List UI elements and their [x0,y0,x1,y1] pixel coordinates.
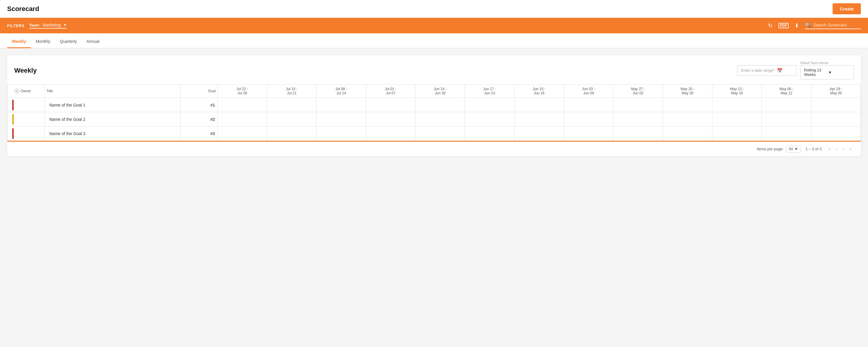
row-2-week-0[interactable] [217,126,267,141]
row-owner-0 [7,98,44,112]
row-1-week-0[interactable] [217,112,267,126]
row-goal-2: #3 [181,126,218,141]
row-2-week-10[interactable] [712,126,762,141]
row-0-week-3[interactable] [366,98,415,112]
col-header-week-6: Jun 10 -Jun 16 [514,85,564,98]
row-goal-0: #1 [181,98,218,112]
download-button[interactable]: ⬇ [795,22,799,29]
interval-label: Default Team Interval [800,61,854,65]
row-2-week-4[interactable] [415,126,465,141]
row-2-week-5[interactable] [465,126,514,141]
row-1-week-1[interactable] [267,112,316,126]
per-page-select[interactable]: 50 ▼ [786,145,801,153]
row-1-week-7[interactable] [564,112,613,126]
top-header: Scorecard Create [0,0,868,18]
row-1-week-10[interactable] [712,112,762,126]
table-row: Name of the Goal 3#3 [7,126,861,141]
pdf-button[interactable]: PDF [778,23,788,28]
table-container: ⊕ Owner Title Goal Jul 22 -Jul 28Jul 15 … [7,84,861,141]
last-page-button[interactable]: » [847,145,854,153]
col-header-week-11: May 06 -May 12 [762,85,811,98]
card-header: Weekly Enter a date range* 📅 Default Tea… [7,55,861,84]
row-0-week-9[interactable] [663,98,712,112]
interval-value: Rolling 13 Weeks [804,68,826,77]
items-per-page: Items per page: 50 ▼ [757,145,801,153]
filter-left: FILTERS Team: Marketing ▼ [7,23,67,29]
scorecard-table: ⊕ Owner Title Goal Jul 22 -Jul 28Jul 15 … [7,84,861,141]
card-header-controls: Enter a date range* 📅 Default Team Inter… [737,61,854,80]
next-page-button[interactable]: › [841,145,846,153]
pdf-icon: PDF [778,23,788,28]
owner-icon: ⊕ [14,89,19,93]
chevron-down-icon: ▼ [794,147,798,151]
date-range-placeholder: Enter a date range* [741,68,775,73]
row-1-week-11[interactable] [762,112,811,126]
row-0-week-7[interactable] [564,98,613,112]
row-2-week-6[interactable] [514,126,564,141]
col-header-week-2: Jul 08 -Jul 14 [316,85,366,98]
row-0-week-6[interactable] [514,98,564,112]
col-header-week-4: Jun 24 -Jun 30 [415,85,465,98]
first-page-button[interactable]: « [826,145,833,153]
team-select[interactable]: Team: Marketing ▼ [29,23,67,29]
col-header-week-9: May 20 -May 26 [663,85,712,98]
team-label: Team: [29,23,40,27]
interval-select[interactable]: Rolling 13 Weeks ▼ [800,65,854,80]
app-title: Scorecard [7,5,39,13]
row-2-week-1[interactable] [267,126,316,141]
search-icon: 🔍 [805,22,811,28]
col-header-week-8: May 27 -Jun 02 [613,85,663,98]
row-1-week-8[interactable] [613,112,663,126]
tab-quarterly[interactable]: Quarterly [55,35,82,48]
filter-bar: FILTERS Team: Marketing ▼ ↻ PDF ⬇ 🔍 [0,18,868,33]
card-title: Weekly [14,67,37,75]
row-1-week-12[interactable] [811,112,861,126]
row-title-2: Name of the Goal 3 [44,126,180,141]
scorecard-card: Weekly Enter a date range* 📅 Default Tea… [7,55,861,156]
per-page-value: 50 [788,147,793,151]
row-0-week-8[interactable] [613,98,663,112]
row-2-week-8[interactable] [613,126,663,141]
row-2-week-3[interactable] [366,126,415,141]
refresh-button[interactable]: ↻ [768,22,773,29]
team-value: Marketing [42,23,61,27]
row-2-week-11[interactable] [762,126,811,141]
row-0-week-10[interactable] [712,98,762,112]
tab-monthly[interactable]: Monthly [31,35,55,48]
row-title-0: Name of the Goal 1 [44,98,180,112]
create-button[interactable]: Create [833,3,861,14]
row-0-week-12[interactable] [811,98,861,112]
row-1-week-3[interactable] [366,112,415,126]
refresh-icon: ↻ [768,22,773,29]
row-1-week-5[interactable] [465,112,514,126]
row-2-week-12[interactable] [811,126,861,141]
chevron-down-icon: ▼ [63,23,67,27]
row-owner-2 [7,126,44,141]
row-0-week-2[interactable] [316,98,366,112]
prev-page-button[interactable]: ‹ [834,145,839,153]
owner-indicator [12,100,14,110]
row-1-week-2[interactable] [316,112,366,126]
row-0-week-0[interactable] [217,98,267,112]
row-2-week-2[interactable] [316,126,366,141]
row-1-week-4[interactable] [415,112,465,126]
search-input[interactable] [813,23,861,27]
col-header-week-7: Jun 03 -Jun 09 [564,85,613,98]
row-0-week-5[interactable] [465,98,514,112]
date-range-input[interactable]: Enter a date range* 📅 [737,65,797,76]
row-1-week-6[interactable] [514,112,564,126]
row-0-week-4[interactable] [415,98,465,112]
tab-annual[interactable]: Annual [82,35,104,48]
row-2-week-7[interactable] [564,126,613,141]
col-header-week-0: Jul 22 -Jul 28 [217,85,267,98]
row-0-week-11[interactable] [762,98,811,112]
col-header-week-12: Apr 29 -May 05 [811,85,861,98]
main-content: Weekly Enter a date range* 📅 Default Tea… [0,48,868,163]
row-2-week-9[interactable] [663,126,712,141]
row-owner-1 [7,112,44,126]
tabs-bar: Weekly Monthly Quarterly Annual [0,33,868,48]
row-1-week-9[interactable] [663,112,712,126]
tab-weekly[interactable]: Weekly [7,35,31,48]
row-0-week-1[interactable] [267,98,316,112]
col-header-owner: ⊕ Owner [7,85,44,98]
